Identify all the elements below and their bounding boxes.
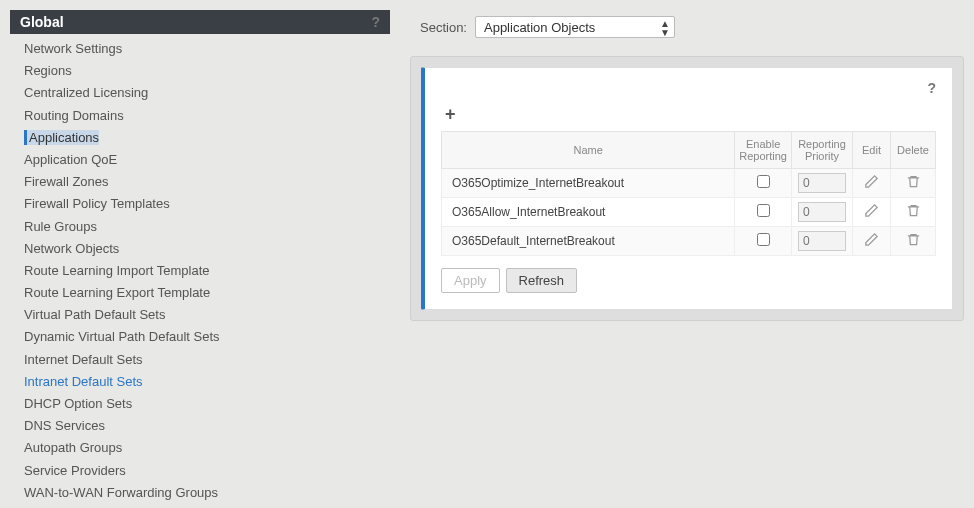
- row-del: [891, 169, 936, 198]
- table-row: O365Optimize_InternetBreakout: [442, 169, 936, 198]
- sidebar-item-9[interactable]: Network Objects: [10, 238, 390, 260]
- trash-icon[interactable]: [906, 203, 921, 218]
- sidebar-item-11[interactable]: Route Learning Export Template: [10, 282, 390, 304]
- sidebar-item-5[interactable]: Application QoE: [10, 149, 390, 171]
- sidebar-item-18[interactable]: Autopath Groups: [10, 437, 390, 459]
- sidebar-item-label: DNS Services: [24, 418, 105, 433]
- sidebar-item-17[interactable]: DNS Services: [10, 415, 390, 437]
- sidebar-item-label: Service Providers: [24, 463, 126, 478]
- sidebar-item-20[interactable]: WAN-to-WAN Forwarding Groups: [10, 482, 390, 504]
- sidebar-item-label: WAN-to-WAN Forwarding Groups: [24, 485, 218, 500]
- section-select-value: Application Objects: [484, 20, 595, 35]
- sidebar-title: Global: [20, 14, 64, 30]
- row-name: O365Default_InternetBreakout: [442, 227, 735, 256]
- sidebar-item-label: Virtual Path Default Sets: [24, 307, 165, 322]
- sidebar-item-2[interactable]: Centralized Licensing: [10, 82, 390, 104]
- row-enable: [735, 198, 792, 227]
- sidebar-item-6[interactable]: Firewall Zones: [10, 171, 390, 193]
- row-name: O365Allow_InternetBreakout: [442, 198, 735, 227]
- col-enable: Enable Reporting: [735, 132, 792, 169]
- sidebar: Global ? Network SettingsRegionsCentrali…: [10, 10, 390, 508]
- sidebar-item-label: Firewall Zones: [24, 174, 109, 189]
- sidebar-item-12[interactable]: Virtual Path Default Sets: [10, 304, 390, 326]
- sidebar-item-19[interactable]: Service Providers: [10, 460, 390, 482]
- sidebar-item-label: Regions: [24, 63, 72, 78]
- sidebar-item-15[interactable]: Intranet Default Sets: [10, 371, 390, 393]
- row-del: [891, 227, 936, 256]
- trash-icon[interactable]: [906, 174, 921, 189]
- help-icon[interactable]: ?: [371, 14, 380, 30]
- apply-button[interactable]: Apply: [441, 268, 500, 293]
- col-name: Name: [442, 132, 735, 169]
- sidebar-item-label: Application QoE: [24, 152, 117, 167]
- row-prio: [792, 227, 853, 256]
- sidebar-item-label: Network Settings: [24, 41, 122, 56]
- sidebar-item-label: Network Objects: [24, 241, 119, 256]
- chevron-updown-icon: ▲▼: [660, 19, 670, 37]
- sidebar-item-8[interactable]: Rule Groups: [10, 216, 390, 238]
- sidebar-header: Global ?: [10, 10, 390, 34]
- sidebar-item-1[interactable]: Regions: [10, 60, 390, 82]
- prio-input[interactable]: [798, 202, 846, 222]
- row-edit: [853, 169, 891, 198]
- row-prio: [792, 198, 853, 227]
- row-enable: [735, 227, 792, 256]
- sidebar-item-0[interactable]: Network Settings: [10, 38, 390, 60]
- row-edit: [853, 198, 891, 227]
- table-row: O365Allow_InternetBreakout: [442, 198, 936, 227]
- sidebar-item-label: Route Learning Import Template: [24, 263, 209, 278]
- row-name: O365Optimize_InternetBreakout: [442, 169, 735, 198]
- section-row: Section: Application Objects ▲▼: [410, 16, 964, 38]
- main-panel: Section: Application Objects ▲▼ ? +: [410, 10, 964, 508]
- sidebar-item-21[interactable]: WAN Optimization Features: [10, 504, 390, 508]
- enable-checkbox[interactable]: [757, 175, 770, 188]
- sidebar-item-16[interactable]: DHCP Option Sets: [10, 393, 390, 415]
- row-del: [891, 198, 936, 227]
- row-prio: [792, 169, 853, 198]
- refresh-button[interactable]: Refresh: [506, 268, 578, 293]
- app-objects-table: Name Enable Reporting Reporting Priority…: [441, 131, 936, 256]
- panel-wrap: ? + Name Enable Reporting Reporting Prio…: [410, 56, 964, 321]
- sidebar-item-label: Autopath Groups: [24, 440, 122, 455]
- add-button[interactable]: +: [441, 102, 936, 131]
- table-row: O365Default_InternetBreakout: [442, 227, 936, 256]
- section-select[interactable]: Application Objects ▲▼: [475, 16, 675, 38]
- sidebar-item-label: Rule Groups: [24, 219, 97, 234]
- sidebar-item-label: Internet Default Sets: [24, 352, 143, 367]
- row-edit: [853, 227, 891, 256]
- sidebar-item-label: Centralized Licensing: [24, 85, 148, 100]
- sidebar-item-label: Intranet Default Sets: [24, 374, 143, 389]
- content-panel: ? + Name Enable Reporting Reporting Prio…: [421, 67, 953, 310]
- row-enable: [735, 169, 792, 198]
- col-edit: Edit: [853, 132, 891, 169]
- sidebar-list: Network SettingsRegionsCentralized Licen…: [10, 34, 390, 508]
- sidebar-item-label: Applications: [24, 130, 99, 145]
- panel-help-icon[interactable]: ?: [927, 80, 936, 96]
- button-row: Apply Refresh: [441, 268, 936, 293]
- prio-input[interactable]: [798, 173, 846, 193]
- sidebar-item-label: Routing Domains: [24, 108, 124, 123]
- sidebar-item-10[interactable]: Route Learning Import Template: [10, 260, 390, 282]
- sidebar-item-4[interactable]: Applications: [10, 127, 390, 149]
- prio-input[interactable]: [798, 231, 846, 251]
- sidebar-item-14[interactable]: Internet Default Sets: [10, 349, 390, 371]
- section-label: Section:: [420, 20, 467, 35]
- col-del: Delete: [891, 132, 936, 169]
- sidebar-item-label: Route Learning Export Template: [24, 285, 210, 300]
- enable-checkbox[interactable]: [757, 233, 770, 246]
- pencil-icon[interactable]: [864, 232, 879, 247]
- enable-checkbox[interactable]: [757, 204, 770, 217]
- pencil-icon[interactable]: [864, 174, 879, 189]
- plus-icon: +: [445, 104, 456, 124]
- sidebar-item-label: Dynamic Virtual Path Default Sets: [24, 329, 220, 344]
- trash-icon[interactable]: [906, 232, 921, 247]
- pencil-icon[interactable]: [864, 203, 879, 218]
- sidebar-item-3[interactable]: Routing Domains: [10, 105, 390, 127]
- sidebar-item-7[interactable]: Firewall Policy Templates: [10, 193, 390, 215]
- col-prio: Reporting Priority: [792, 132, 853, 169]
- sidebar-item-13[interactable]: Dynamic Virtual Path Default Sets: [10, 326, 390, 348]
- sidebar-item-label: Firewall Policy Templates: [24, 196, 170, 211]
- sidebar-item-label: DHCP Option Sets: [24, 396, 132, 411]
